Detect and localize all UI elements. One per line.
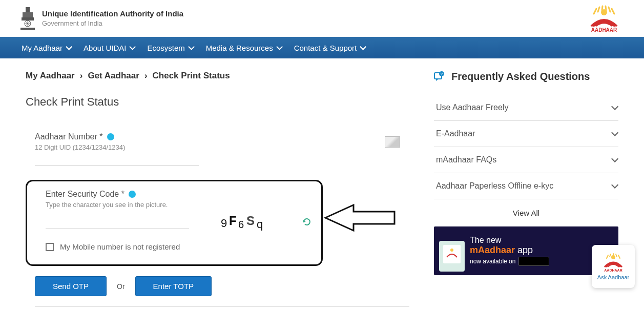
promo-line3: now available on bbox=[470, 257, 549, 266]
svg-text:AADHAAR: AADHAAR bbox=[604, 268, 622, 272]
mobile-not-registered-label: My Mobile number is not registered bbox=[60, 242, 180, 251]
security-code-input[interactable] bbox=[46, 218, 189, 229]
chevron-down-icon bbox=[611, 155, 618, 162]
org-title: Unique Identification Authority of India bbox=[42, 9, 183, 18]
maadhaar-promo-banner[interactable]: The new mAadhaar app now available on bbox=[434, 226, 618, 275]
faq-item-label: Use Aadhaar Freely bbox=[436, 103, 508, 112]
enter-totp-button[interactable]: Enter TOTP bbox=[135, 276, 212, 296]
phone-icon bbox=[439, 241, 465, 272]
svg-rect-4 bbox=[20, 28, 35, 30]
mobile-not-registered-checkbox[interactable] bbox=[46, 243, 54, 251]
faq-item-label: Aadhaar Paperless Offline e-kyc bbox=[436, 181, 553, 191]
faq-item-label: E-Aadhaar bbox=[436, 129, 475, 138]
svg-rect-0 bbox=[26, 7, 30, 12]
info-icon[interactable] bbox=[129, 191, 136, 198]
aadhaar-number-field: Aadhaar Number * 12 Digit UID (1234/1234… bbox=[35, 132, 409, 166]
mobile-not-registered-row: My Mobile number is not registered bbox=[46, 242, 312, 251]
nav-label: My Aadhaar bbox=[22, 44, 63, 52]
faq-item-paperless[interactable]: Aadhaar Paperless Offline e-kyc bbox=[434, 173, 618, 199]
aadhaar-hint: 12 Digit UID (1234/1234/1234) bbox=[35, 143, 409, 151]
security-label: Enter Security Code * bbox=[46, 190, 136, 199]
svg-text:?: ? bbox=[441, 72, 443, 76]
svg-point-15 bbox=[450, 249, 453, 252]
page-title: Check Print Status bbox=[26, 95, 409, 109]
svg-text:F: F bbox=[229, 214, 237, 228]
annotation-arrow-icon bbox=[323, 202, 397, 233]
nav-contact-support[interactable]: Contact & Support bbox=[292, 38, 367, 57]
org-title-block: Unique Identification Authority of India… bbox=[42, 9, 183, 28]
emblem-block: Unique Identification Authority of India… bbox=[19, 6, 183, 31]
security-code-section: Enter Security Code * Type the character… bbox=[26, 180, 323, 266]
security-hint: Type the character you see in the pictur… bbox=[46, 201, 312, 209]
ask-aadhaar-widget[interactable]: AADHAAR Ask Aadhaar bbox=[592, 245, 635, 288]
nav-ecosystem[interactable]: Ecosystem bbox=[145, 38, 194, 57]
chevron-down-icon bbox=[611, 181, 618, 189]
nav-label: Media & Resources bbox=[206, 44, 273, 52]
breadcrumb: My Aadhaar › Get Aadhaar › Check Print S… bbox=[26, 71, 409, 81]
faq-icon: ? bbox=[434, 71, 445, 82]
aadhaar-label: Aadhaar Number * bbox=[35, 132, 114, 141]
send-otp-button[interactable]: Send OTP bbox=[35, 276, 107, 296]
promo-line1: The new bbox=[470, 236, 549, 245]
promo-text: The new mAadhaar app now available on bbox=[470, 236, 549, 266]
aadhaar-number-input[interactable] bbox=[35, 154, 199, 166]
divider bbox=[35, 306, 409, 307]
faq-title: Frequently Asked Questions bbox=[451, 71, 590, 82]
faq-item-label: mAadhaar FAQs bbox=[436, 155, 496, 164]
chevron-down-icon bbox=[130, 44, 136, 50]
nav-about-uidai[interactable]: About UIDAI bbox=[81, 38, 136, 57]
breadcrumb-item[interactable]: My Aadhaar bbox=[26, 71, 75, 81]
main-nav: My Aadhaar About UIDAI Ecosystem Media &… bbox=[0, 37, 644, 58]
captcha-image: 9 F 6 S q bbox=[220, 213, 276, 231]
ask-aadhaar-label: Ask Aadhaar bbox=[597, 274, 629, 280]
aadhaar-logo-icon: AADHAAR bbox=[600, 253, 626, 273]
aadhaar-logo-icon: AADHAAR bbox=[584, 5, 625, 33]
chevron-down-icon bbox=[66, 44, 72, 50]
chevron-down-icon bbox=[188, 44, 195, 50]
info-icon[interactable] bbox=[107, 133, 114, 140]
top-header: Unique Identification Authority of India… bbox=[0, 0, 644, 37]
promo-line2: mAadhaar app bbox=[470, 245, 549, 256]
faq-item-use-aadhaar[interactable]: Use Aadhaar Freely bbox=[434, 95, 618, 121]
svg-rect-1 bbox=[23, 12, 33, 17]
nav-label: Contact & Support bbox=[294, 44, 357, 52]
faq-view-all[interactable]: View All bbox=[434, 199, 618, 226]
svg-text:q: q bbox=[257, 218, 263, 231]
india-emblem-icon bbox=[19, 6, 36, 31]
nav-my-aadhaar[interactable]: My Aadhaar bbox=[19, 38, 72, 57]
org-subtitle: Government of India bbox=[42, 19, 102, 27]
or-separator: Or bbox=[117, 282, 125, 291]
faq-header: ? Frequently Asked Questions bbox=[434, 71, 618, 82]
faq-item-maadhaar[interactable]: mAadhaar FAQs bbox=[434, 147, 618, 173]
svg-text:S: S bbox=[246, 214, 255, 228]
chevron-down-icon bbox=[611, 103, 618, 110]
breadcrumb-separator: › bbox=[144, 71, 148, 81]
svg-rect-2 bbox=[22, 17, 34, 20]
nav-media-resources[interactable]: Media & Resources bbox=[204, 38, 283, 57]
breadcrumb-separator: › bbox=[80, 71, 83, 81]
aadhaar-mini-logo-icon bbox=[444, 247, 460, 259]
chevron-down-icon bbox=[276, 44, 283, 50]
chevron-down-icon bbox=[360, 44, 367, 50]
svg-text:9: 9 bbox=[221, 217, 227, 230]
google-play-badge-icon bbox=[518, 257, 549, 266]
svg-text:6: 6 bbox=[238, 219, 244, 230]
chevron-down-icon bbox=[611, 129, 618, 136]
breadcrumb-item-current: Check Print Status bbox=[153, 71, 230, 81]
faq-item-e-aadhaar[interactable]: E-Aadhaar bbox=[434, 121, 618, 147]
svg-text:AADHAAR: AADHAAR bbox=[591, 27, 617, 33]
button-row: Send OTP Or Enter TOTP bbox=[35, 276, 409, 296]
nav-label: About UIDAI bbox=[84, 44, 126, 52]
refresh-captcha-icon[interactable] bbox=[302, 217, 312, 227]
aadhaar-card-icon bbox=[385, 136, 400, 148]
nav-label: Ecosystem bbox=[147, 44, 184, 52]
breadcrumb-item[interactable]: Get Aadhaar bbox=[88, 71, 139, 81]
